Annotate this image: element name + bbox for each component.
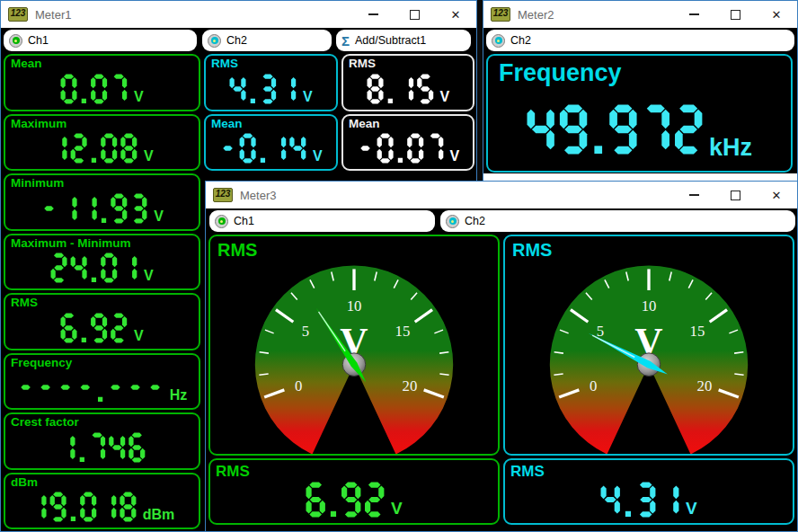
minimize-icon xyxy=(368,13,378,15)
minimize-icon xyxy=(689,13,699,15)
close-button[interactable]: ✕ xyxy=(435,1,476,28)
unit-label: dBm xyxy=(143,507,175,523)
meter3-window: 123 Meter3 ✕ Ch1Ch2 RMS05101520V RMS0510… xyxy=(205,181,798,532)
measurement-value: V xyxy=(214,478,494,520)
measurement-label: RMS xyxy=(11,296,38,309)
meter2-window: 123 Meter2 ✕ Ch2 FrequencykHz xyxy=(483,0,798,182)
measurement-label: Maximum xyxy=(11,117,66,130)
measurement-label: Maximum - Minimum xyxy=(11,236,131,250)
seven-segment-display xyxy=(60,74,128,104)
tab-ch1[interactable]: Ch1 xyxy=(209,210,435,232)
maximize-icon xyxy=(731,191,740,200)
tab-add-subtract1[interactable]: ΣAdd/Subtract1 xyxy=(336,30,471,51)
measurement-value: Hz xyxy=(9,370,195,406)
maximize-button[interactable] xyxy=(394,1,435,28)
minimize-button[interactable] xyxy=(352,1,394,28)
unit-label: kHz xyxy=(709,134,752,162)
maximize-icon xyxy=(731,10,740,20)
measurement-panel: FrequencyHz xyxy=(4,353,200,411)
unit-label: V xyxy=(391,499,403,519)
gauge-tick-label: 15 xyxy=(395,323,411,340)
unit-label: V xyxy=(154,208,164,225)
window-controls: ✕ xyxy=(673,182,797,208)
seven-segment-display xyxy=(306,482,385,518)
meter3-tabbar: Ch1Ch2 xyxy=(206,208,797,234)
gauge-panel-ch2: RMS05101520V xyxy=(503,235,794,456)
meter1-tabbar: Ch1Ch2ΣAdd/Subtract1 xyxy=(1,28,476,53)
readout-panel-ch2: RMSV xyxy=(503,458,794,525)
measurement-value: kHz xyxy=(492,95,787,164)
gauge-minor-tick xyxy=(554,374,563,375)
seven-segment-display xyxy=(600,482,679,518)
measurement-label: Mean xyxy=(11,57,42,70)
seven-segment-display xyxy=(40,193,147,224)
maximize-button[interactable] xyxy=(714,1,756,28)
seven-segment-display xyxy=(219,133,306,164)
channel-icon xyxy=(492,34,505,48)
measurement-panel: RMSV xyxy=(4,293,200,350)
seven-segment-display xyxy=(17,372,164,403)
measurement-panel: Maximum - MinimumV xyxy=(4,234,200,291)
close-icon: ✕ xyxy=(772,9,782,21)
seven-segment-display xyxy=(357,133,444,164)
unit-label: V xyxy=(144,268,154,284)
measurement-panel: dBmdBm xyxy=(4,473,200,530)
frequency-panel: FrequencykHz xyxy=(486,54,793,173)
maximize-icon xyxy=(410,10,420,20)
tab-ch1[interactable]: Ch1 xyxy=(4,30,197,51)
unit-label: V xyxy=(134,328,144,344)
tab-label: Ch1 xyxy=(234,215,254,227)
measurement-value: V xyxy=(209,71,332,107)
tab-label: Ch1 xyxy=(28,34,49,47)
unit-label: V xyxy=(450,148,460,164)
meter3-client: RMS05101520V RMS05101520V RMSV RMSV xyxy=(206,234,797,531)
tab-label: Ch2 xyxy=(226,34,247,47)
seven-segment-display xyxy=(58,432,146,463)
close-button[interactable]: ✕ xyxy=(756,1,797,28)
seven-segment-display xyxy=(50,253,137,283)
unit-label: V xyxy=(303,89,313,105)
measurement-panel: MinimumV xyxy=(4,173,200,231)
measurement-panel: MeanV xyxy=(204,114,338,172)
measurement-value: V xyxy=(209,131,332,167)
unit-label: V xyxy=(440,89,450,105)
tab-label: Add/Subtract1 xyxy=(355,34,426,47)
measurement-value: V xyxy=(9,310,195,346)
column-ch1: MeanVMaximumVMinimumVMaximum - MinimumVR… xyxy=(4,54,200,532)
close-button[interactable]: ✕ xyxy=(756,182,797,208)
gauge-tick-label: 0 xyxy=(590,377,597,395)
app-icon: 123 xyxy=(491,7,510,22)
tab-ch2[interactable]: Ch2 xyxy=(440,210,795,232)
tab-ch2[interactable]: Ch2 xyxy=(486,30,794,51)
gauge-minor-tick xyxy=(259,374,268,375)
minimize-button[interactable] xyxy=(673,1,714,28)
gauge-tick-label: 5 xyxy=(302,323,309,340)
meter2-titlebar[interactable]: 123 Meter2 ✕ xyxy=(483,1,797,28)
window-title: Meter3 xyxy=(240,189,276,202)
channel-icon xyxy=(208,34,221,48)
gauge-panel-ch1: RMS05101520V xyxy=(208,235,500,456)
app-icon: 123 xyxy=(213,188,233,202)
unit-label: V xyxy=(686,499,697,519)
seven-segment-display xyxy=(229,74,297,104)
seven-segment-display xyxy=(367,74,434,104)
close-icon: ✕ xyxy=(772,190,782,201)
gauge-tick-label: 20 xyxy=(403,377,418,395)
maximize-button[interactable] xyxy=(714,182,756,208)
analog-gauge: 05101520V xyxy=(210,236,498,454)
meter1-titlebar[interactable]: 123 Meter1 ✕ xyxy=(1,1,476,28)
measurement-label: RMS xyxy=(211,57,238,70)
minimize-button[interactable] xyxy=(673,182,714,208)
measurement-value: V xyxy=(347,71,469,107)
unit-label: V xyxy=(134,89,144,105)
measurement-panel: MeanV xyxy=(4,54,200,111)
gauge-minor-tick xyxy=(439,374,448,375)
column-ch2: RMSVMeanV xyxy=(204,54,338,173)
tab-ch2[interactable]: Ch2 xyxy=(202,30,332,51)
gauge-tick-label: 10 xyxy=(642,297,657,315)
meter3-titlebar[interactable]: 123 Meter3 ✕ xyxy=(206,182,797,208)
gauge-minor-tick xyxy=(734,374,743,375)
tab-label: Ch2 xyxy=(510,34,531,47)
measurement-label: Mean xyxy=(349,117,380,130)
unit-label: V xyxy=(313,148,323,164)
